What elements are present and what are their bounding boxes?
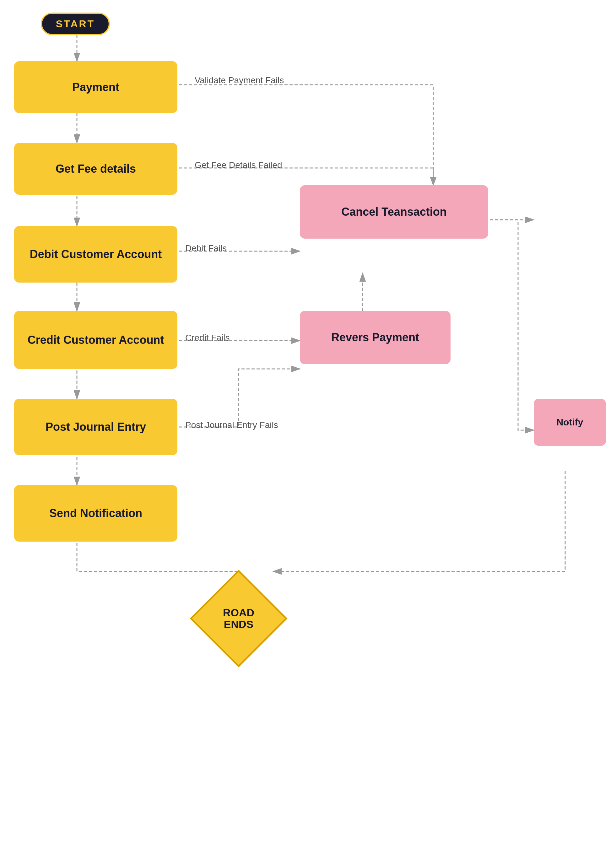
validate-payment-fails-label: Validate Payment Fails: [195, 75, 284, 85]
post-journal-entry-fails-label: Post Journal Entry Fails: [185, 420, 278, 430]
get-fee-details-failed-label: Get Fee Details Failed: [195, 160, 282, 170]
post-journal-entry-node: Post Journal Entry: [14, 399, 177, 455]
payment-node: Payment: [14, 61, 177, 113]
start-node: START: [41, 13, 110, 35]
credit-fails-label: Credit Fails: [185, 333, 230, 343]
notify-node: Notify: [534, 399, 606, 446]
credit-customer-node: Credit Customer Account: [14, 311, 177, 369]
flowchart: START Payment Get Fee details Debit Cust…: [0, 0, 616, 843]
road-ends-text: ROAD ENDS: [204, 584, 273, 653]
debit-customer-node: Debit Customer Account: [14, 226, 177, 283]
get-fee-details-node: Get Fee details: [14, 143, 177, 195]
send-notification-node: Send Notification: [14, 485, 177, 542]
revers-payment-node: Revers Payment: [300, 311, 450, 364]
debit-fails-label: Debit Fails: [185, 243, 227, 254]
cancel-transaction-node: Cancel Teansaction: [300, 185, 488, 239]
